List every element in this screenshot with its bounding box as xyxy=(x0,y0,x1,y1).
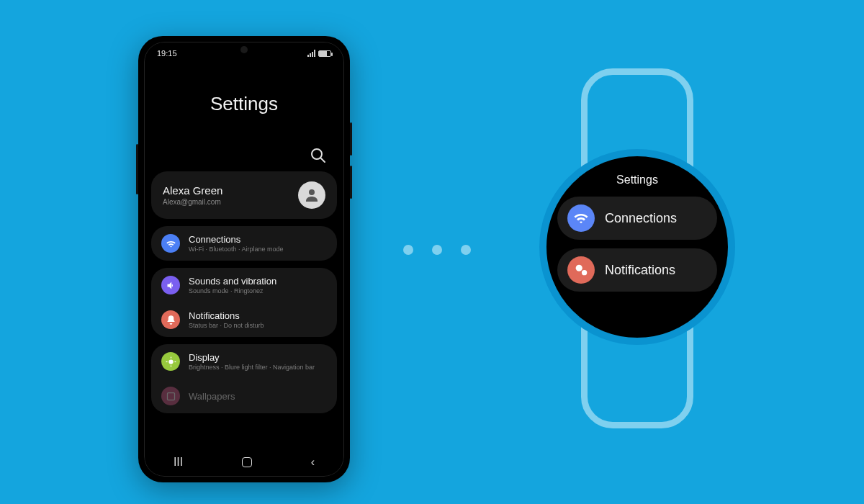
nav-bar: III ‹ xyxy=(144,451,344,477)
display-icon xyxy=(161,352,180,371)
settings-group-1: Connections Wi-Fi · Bluetooth · Airplane… xyxy=(151,226,337,261)
connection-dots xyxy=(403,245,471,255)
battery-icon xyxy=(318,50,331,57)
row-wallpapers[interactable]: Wallpapers xyxy=(151,379,337,413)
page-title-area: Settings xyxy=(144,60,344,147)
profile-email: Alexa@gmail.com xyxy=(163,198,222,206)
camera-notch xyxy=(240,46,248,53)
settings-list[interactable]: Alexa Green Alexa@gmail.com Connections … xyxy=(144,171,344,451)
row-title: Connections xyxy=(189,234,284,245)
row-notifications[interactable]: Notifications Status bar · Do not distur… xyxy=(151,302,337,337)
row-connections[interactable]: Connections Wi-Fi · Bluetooth · Airplane… xyxy=(151,226,337,261)
wallpaper-icon xyxy=(161,387,180,405)
wifi-icon xyxy=(567,204,595,232)
row-title: Sounds and vibration xyxy=(189,276,276,287)
watch-face: Settings Connections Notifications xyxy=(539,149,735,345)
row-display[interactable]: Display Brightness · Blure light filter … xyxy=(151,344,337,379)
row-title: Display xyxy=(189,352,315,363)
nav-back[interactable]: ‹ xyxy=(311,456,315,469)
row-title: Wallpapers xyxy=(189,391,235,402)
wifi-icon xyxy=(161,234,180,253)
page-title: Settings xyxy=(210,93,278,115)
watch-title: Settings xyxy=(616,174,658,186)
nav-home[interactable] xyxy=(242,457,252,467)
svg-point-9 xyxy=(576,265,582,271)
row-subtitle: Brightness · Blure light filter · Naviga… xyxy=(189,364,315,371)
nav-recents[interactable]: III xyxy=(174,456,183,469)
watch-row-notifications[interactable]: Notifications xyxy=(557,248,717,292)
notification-icon xyxy=(567,256,595,284)
profile-name: Alexa Green xyxy=(163,184,222,197)
search-button[interactable] xyxy=(310,147,327,164)
phone-screen: 19:15 Settings Alexa Green Alexa@gmail.c… xyxy=(144,42,344,477)
search-icon xyxy=(310,147,327,164)
svg-point-10 xyxy=(582,270,587,275)
signal-icon xyxy=(307,50,315,57)
profile-card[interactable]: Alexa Green Alexa@gmail.com xyxy=(151,171,337,219)
svg-rect-8 xyxy=(167,392,174,400)
watch-row-label: Connections xyxy=(605,211,677,226)
svg-line-1 xyxy=(320,158,325,162)
sound-icon xyxy=(161,276,180,294)
watch-row-label: Notifications xyxy=(605,263,675,278)
settings-group-3: Display Brightness · Blure light filter … xyxy=(151,344,337,413)
bell-icon xyxy=(161,310,180,329)
person-icon xyxy=(303,186,320,204)
watch-frame: Settings Connections Notifications xyxy=(529,68,745,428)
phone-frame: 19:15 Settings Alexa Green Alexa@gmail.c… xyxy=(138,36,350,482)
row-sounds[interactable]: Sounds and vibration Sounds mode · Ringt… xyxy=(151,268,337,302)
watch-row-connections[interactable]: Connections xyxy=(557,197,717,240)
avatar[interactable] xyxy=(298,181,325,209)
status-time: 19:15 xyxy=(157,49,177,58)
row-subtitle: Status bar · Do not disturb xyxy=(189,322,264,329)
row-subtitle: Sounds mode · Ringtonez xyxy=(189,287,276,294)
settings-group-2: Sounds and vibration Sounds mode · Ringt… xyxy=(151,268,337,337)
svg-point-3 xyxy=(168,359,173,364)
row-subtitle: Wi-Fi · Bluetooth · Airplane mode xyxy=(189,246,284,253)
svg-point-2 xyxy=(309,189,315,195)
row-title: Notifications xyxy=(189,310,264,321)
